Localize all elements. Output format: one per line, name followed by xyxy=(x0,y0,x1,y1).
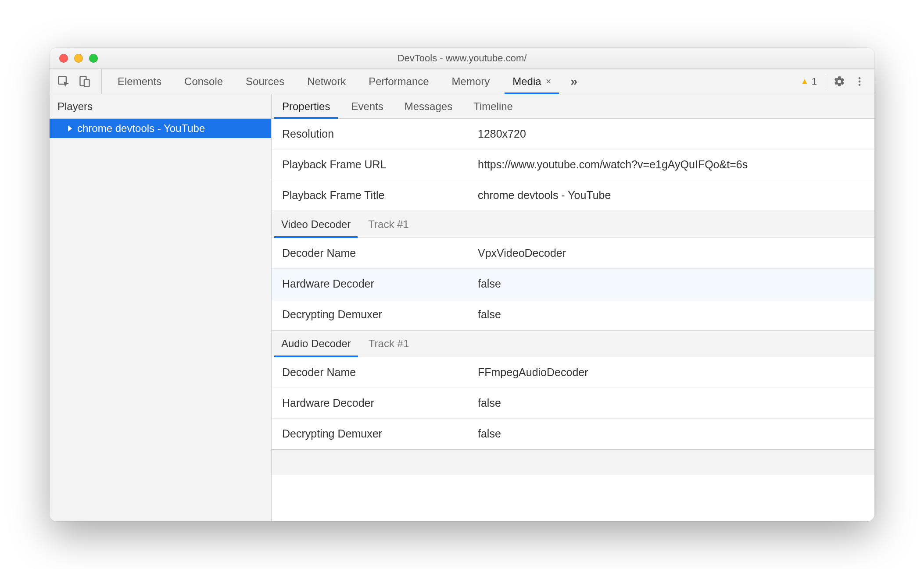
svg-point-4 xyxy=(859,80,861,82)
subtab-label: Messages xyxy=(405,100,452,113)
property-key: Decoder Name xyxy=(272,247,473,260)
player-item-label: chrome devtools - YouTube xyxy=(77,122,205,135)
section-sublabel[interactable]: Track #1 xyxy=(360,211,416,238)
media-panel-main: Properties Events Messages Timeline Reso… xyxy=(272,94,874,521)
warnings-count: 1 xyxy=(812,76,817,87)
tab-sources[interactable]: Sources xyxy=(234,69,296,94)
tab-media[interactable]: Media × xyxy=(501,69,562,94)
devtools-window: DevTools - www.youtube.com/ xyxy=(50,48,874,521)
property-row: Playback Frame Title chrome devtools - Y… xyxy=(272,180,874,211)
tab-label: Sources xyxy=(246,75,284,88)
property-value: false xyxy=(473,397,874,409)
property-value: https://www.youtube.com/watch?v=e1gAyQuI… xyxy=(473,158,874,171)
section-header-video-decoder: Video Decoder Track #1 xyxy=(272,211,874,238)
more-options-icon[interactable] xyxy=(853,75,866,88)
warning-icon: ▲ xyxy=(800,76,809,86)
inspect-element-icon[interactable] xyxy=(57,75,70,88)
tab-label: Network xyxy=(307,75,346,88)
property-row: Decrypting Demuxer false xyxy=(272,299,874,330)
property-row: Hardware Decoder false xyxy=(272,388,874,419)
property-key: Hardware Decoder xyxy=(272,277,473,290)
svg-point-3 xyxy=(859,77,861,79)
window-title: DevTools - www.youtube.com/ xyxy=(50,53,874,64)
properties-table: Resolution 1280x720 Playback Frame URL h… xyxy=(272,119,874,521)
property-key: Resolution xyxy=(272,128,473,140)
tab-network[interactable]: Network xyxy=(296,69,357,94)
property-row: Resolution 1280x720 xyxy=(272,119,874,149)
play-icon xyxy=(68,125,72,132)
player-item[interactable]: chrome devtools - YouTube xyxy=(50,119,271,138)
property-value: chrome devtools - YouTube xyxy=(473,189,874,202)
section-label[interactable]: Video Decoder xyxy=(272,211,360,238)
subtab-events[interactable]: Events xyxy=(340,94,394,118)
subtab-label: Events xyxy=(351,100,383,113)
device-toolbar-icon[interactable] xyxy=(79,75,91,88)
panel-tabs: Elements Console Sources Network Perform… xyxy=(102,69,791,94)
subtab-label: Timeline xyxy=(473,100,513,113)
window-titlebar: DevTools - www.youtube.com/ xyxy=(50,48,874,69)
tab-label: Media xyxy=(512,75,541,88)
property-row: Decrypting Demuxer false xyxy=(272,419,874,449)
svg-point-5 xyxy=(859,84,861,86)
property-key: Playback Frame Title xyxy=(272,189,473,202)
tab-performance[interactable]: Performance xyxy=(357,69,440,94)
warnings-counter[interactable]: ▲ 1 xyxy=(800,76,817,87)
tab-memory[interactable]: Memory xyxy=(441,69,501,94)
subtab-timeline[interactable]: Timeline xyxy=(463,94,523,118)
property-row: Playback Frame URL https://www.youtube.c… xyxy=(272,149,874,180)
tab-label: Performance xyxy=(369,75,429,88)
property-value: false xyxy=(473,427,874,440)
tab-label: Elements xyxy=(118,75,161,88)
section-label[interactable]: Audio Decoder xyxy=(272,331,361,357)
property-row: Decoder Name VpxVideoDecoder xyxy=(272,238,874,269)
subtab-properties[interactable]: Properties xyxy=(272,94,340,118)
players-sidebar: Players chrome devtools - YouTube xyxy=(50,94,272,521)
property-value: VpxVideoDecoder xyxy=(473,247,874,260)
divider xyxy=(825,75,825,88)
property-value: 1280x720 xyxy=(473,128,874,140)
svg-rect-2 xyxy=(84,79,90,86)
property-row: Hardware Decoder false xyxy=(272,269,874,299)
section-sublabel[interactable]: Track #1 xyxy=(361,331,417,357)
media-subtabs: Properties Events Messages Timeline xyxy=(272,94,874,119)
property-value: false xyxy=(473,277,874,290)
property-key: Decrypting Demuxer xyxy=(272,427,473,440)
property-key: Playback Frame URL xyxy=(272,158,473,171)
empty-trailer-row xyxy=(272,449,874,475)
property-row: Decoder Name FFmpegAudioDecoder xyxy=(272,357,874,388)
settings-icon[interactable] xyxy=(833,75,845,88)
property-key: Decrypting Demuxer xyxy=(272,308,473,321)
tab-elements[interactable]: Elements xyxy=(106,69,173,94)
subtab-messages[interactable]: Messages xyxy=(394,94,463,118)
section-header-audio-decoder: Audio Decoder Track #1 xyxy=(272,330,874,357)
property-key: Decoder Name xyxy=(272,366,473,379)
devtools-toolbar: Elements Console Sources Network Perform… xyxy=(50,69,874,94)
property-value: false xyxy=(473,308,874,321)
property-key: Hardware Decoder xyxy=(272,397,473,409)
tab-console[interactable]: Console xyxy=(173,69,234,94)
property-value: FFmpegAudioDecoder xyxy=(473,366,874,379)
sidebar-title: Players xyxy=(50,94,271,119)
subtab-label: Properties xyxy=(282,100,330,113)
tab-label: Memory xyxy=(452,75,490,88)
tab-label: Console xyxy=(184,75,223,88)
close-icon[interactable]: × xyxy=(546,76,552,87)
tabs-overflow-icon[interactable]: » xyxy=(562,69,585,94)
